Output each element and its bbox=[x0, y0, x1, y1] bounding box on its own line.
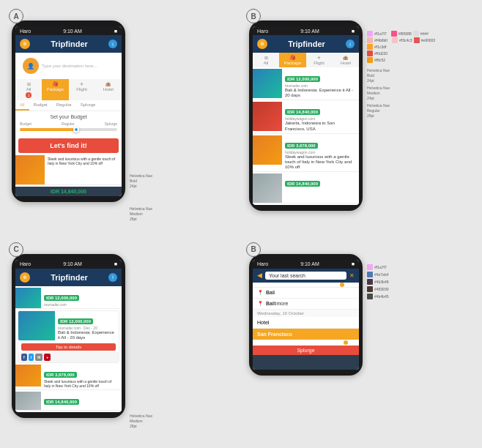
result-row-1-c[interactable]: IDR 12,000,000 tourradar.com bbox=[15, 288, 122, 309]
subtab-budget-a[interactable]: Budget bbox=[29, 100, 52, 111]
share-facebook-c[interactable]: f bbox=[21, 354, 27, 361]
tab-flight-bt[interactable]: ✈ Flight bbox=[306, 53, 333, 67]
swatch-label-1: #f1a7f7 bbox=[374, 31, 387, 36]
phone-screen-c: Haro 9:10 AM ■ ⊕ Tripfinder i bbox=[15, 260, 122, 412]
price-1-bt: IDR 12,000,000 bbox=[285, 76, 320, 82]
autocomplete-item-1-bb[interactable]: 📍 Bali bbox=[253, 288, 359, 299]
cta-button-a[interactable]: Let's find it! bbox=[18, 138, 119, 153]
section-b-top: B Haro 9:10 AM ■ ⊕ Tripfinder i bbox=[245, 7, 475, 234]
expanded-card-c: IDR 12,000,000 tourradar.com · Dec - 20 … bbox=[18, 310, 119, 363]
phone-frame-a: Haro 9:10 AM ■ ⊕ Tripfinder i 👤 Type you… bbox=[12, 20, 125, 202]
subtab-splurge-a[interactable]: Splurge bbox=[76, 100, 100, 111]
phone-a: Haro 9:10 AM ■ ⊕ Tripfinder i 👤 Type you… bbox=[12, 20, 125, 229]
tab-all-bt[interactable]: ⊞ All bbox=[253, 53, 279, 67]
yellow-dot-1-bb bbox=[340, 283, 344, 287]
phone-frame-b-bottom: Haro 9:10 AM ■ ◀ Your last search ✕ bbox=[249, 254, 363, 376]
status-bar-a: Haro 9:10 AM ■ bbox=[15, 26, 122, 35]
tab-flight-icon-bt: ✈ bbox=[317, 55, 321, 60]
header-icon-bt: ⊕ bbox=[257, 39, 267, 49]
sub-tabs-a: All Budget Regular Splurge bbox=[15, 100, 122, 111]
swatch-label-5: #f8c52 bbox=[374, 58, 385, 62]
info-icon-c[interactable]: i bbox=[108, 273, 117, 282]
swatch-row-bb-2: #4e7ab4 bbox=[367, 272, 388, 277]
font-c: Helvetica Nue bbox=[130, 414, 152, 419]
canvas: A Haro 9:10 AM ■ ⊕ Tripfinder i bbox=[0, 0, 482, 448]
back-icon-bb[interactable]: ◀ bbox=[257, 272, 262, 279]
share-email-c[interactable]: ✉ bbox=[35, 354, 42, 361]
carrier-bt: Haro bbox=[257, 29, 268, 34]
tab-all-label-a: All bbox=[26, 87, 31, 92]
budget-labels-a: Budget Regular Splurge bbox=[20, 122, 117, 126]
result-row-4-bt[interactable]: IDR 14,840,000 bbox=[253, 173, 359, 204]
tab-package-bt[interactable]: 🎒 Package bbox=[279, 53, 305, 67]
result-row-3-c[interactable]: IDR 3,678,000 Sleek and luxurious with a… bbox=[15, 365, 122, 390]
swatches-bb: #f1a7f7 #4e7ab4 #4b3b49 #483930 #4b4b45 bbox=[367, 254, 388, 436]
tap-btn-c[interactable]: Tap to details bbox=[21, 343, 116, 351]
status-bar-bb: Haro 9:10 AM ■ bbox=[253, 260, 359, 269]
share-pinterest-c[interactable]: + bbox=[44, 354, 51, 361]
budget-title-a: Set your Budget bbox=[20, 114, 117, 119]
font-style-a: Bold bbox=[130, 179, 152, 184]
hotel-row-bb[interactable]: Hotel bbox=[253, 317, 359, 329]
swatch-lbl-bb-5: #4b4b45 bbox=[374, 294, 388, 299]
tab-hotel-label-a: Hotel bbox=[103, 87, 114, 92]
section-b-bottom-label: B bbox=[246, 242, 261, 257]
search-last-label-bb: Your last search bbox=[269, 273, 305, 278]
result-img-3-bt bbox=[253, 135, 282, 165]
swatch-group-1-bt: #f1a7f7 #f95088 #### #f4b6b0 #f3c4c3 #e9… bbox=[367, 31, 435, 63]
result-img-4-bt bbox=[253, 173, 282, 203]
app-title-a: Tripfinder bbox=[30, 40, 108, 48]
app-header-a: ⊕ Tripfinder i bbox=[15, 35, 122, 53]
search-close-bb[interactable]: ✕ bbox=[349, 272, 355, 279]
result-row-3-bt[interactable]: IDR 3,678,000 holidaywagon.com Sleek and… bbox=[253, 135, 359, 173]
tab-hotel-a[interactable]: 🏨 Hotel bbox=[95, 79, 122, 100]
font-style-a2: Medium bbox=[130, 212, 152, 217]
budget-slider-a[interactable] bbox=[20, 128, 117, 131]
result-info-3-bt: IDR 3,678,000 holidaywagon.com Sleek and… bbox=[282, 135, 359, 172]
swatch-row-bb-3: #4b3b49 bbox=[367, 279, 388, 285]
search-input-bb[interactable]: Your last search bbox=[265, 272, 346, 280]
section-b-bottom: B Haro 9:10 AM ■ ◀ Your last search bbox=[245, 241, 475, 441]
result-img-1-c bbox=[15, 288, 41, 308]
result-img-1-bt bbox=[253, 69, 282, 98]
subtab-all-a[interactable]: All bbox=[15, 100, 29, 111]
price-3-bt: IDR 3,678,000 bbox=[285, 143, 318, 149]
share-twitter-c[interactable]: t bbox=[29, 354, 34, 361]
swatch-label-4: #f0d220 bbox=[374, 51, 388, 56]
results-list-c: IDR 12,000,000 tourradar.com IDR 12,000,… bbox=[15, 288, 122, 411]
price-3-c: IDR 3,678,000 bbox=[44, 372, 77, 378]
tab-flight-a[interactable]: ✈ Flight bbox=[69, 79, 95, 100]
header-icon-c: ⊕ bbox=[20, 272, 30, 283]
tab-hotel-bt[interactable]: 🏨 Hotel bbox=[333, 53, 359, 67]
title-3-bt: Sleek and luxurious with a gentle touch … bbox=[285, 154, 356, 171]
swatch-5 bbox=[367, 57, 373, 63]
slider-thumb-a[interactable] bbox=[73, 127, 79, 132]
tab-all-a[interactable]: ⊞ All 1 bbox=[15, 79, 42, 100]
result-row-4-c[interactable]: IDR 14,840,000 bbox=[15, 392, 122, 411]
swatch-8 bbox=[392, 37, 398, 43]
result-row-2-bt[interactable]: IDR 14,840,000 holidaywagon.com Jakarta,… bbox=[253, 102, 359, 133]
swatch-row-4: #f0d220 bbox=[367, 51, 435, 56]
result-info-1-c: IDR 12,000,000 tourradar.com bbox=[41, 288, 122, 308]
result-row-1-bt[interactable]: IDR 12,000,000 tourradar.com Bali & Indo… bbox=[253, 69, 359, 100]
phone-b-bottom: Haro 9:10 AM ■ ◀ Your last search ✕ bbox=[249, 254, 363, 436]
subtab-regular-a[interactable]: Regular bbox=[52, 100, 76, 111]
info-icon-a[interactable]: i bbox=[108, 40, 117, 48]
section-c: C Haro 9:10 AM ■ ⊕ Tripfinder i bbox=[7, 241, 237, 441]
search-bar-a[interactable]: 👤 Type your destination here... bbox=[18, 56, 119, 76]
result-info-4-c: IDR 14,840,000 bbox=[41, 392, 122, 410]
tab-package-a[interactable]: 🎒 Package bbox=[42, 79, 68, 100]
budget-section-a: Set your Budget Budget Regular Splurge bbox=[15, 111, 122, 136]
sf-row-bb[interactable]: San Francisco bbox=[253, 329, 359, 340]
autocomplete-text-2: Baltimore bbox=[266, 301, 288, 306]
font-size-a2: 28pt bbox=[130, 217, 152, 222]
info-icon-bt[interactable]: i bbox=[346, 40, 355, 48]
autocomplete-item-2-bb[interactable]: 📍 Baltimore bbox=[253, 299, 359, 310]
title-2-bt: Jakarta, Indonesia to San Francisco, USA bbox=[285, 121, 356, 131]
tab-hotel-icon-bt: 🏨 bbox=[343, 55, 348, 60]
swatch-row-5: #f8c52 bbox=[367, 57, 435, 63]
carrier-c: Haro bbox=[20, 261, 31, 266]
phone-c: Haro 9:10 AM ■ ⊕ Tripfinder i bbox=[12, 254, 125, 436]
expanded-price-c: IDR 12,000,000 bbox=[58, 318, 93, 324]
swatch-label-3: #f1c3df bbox=[374, 45, 386, 49]
